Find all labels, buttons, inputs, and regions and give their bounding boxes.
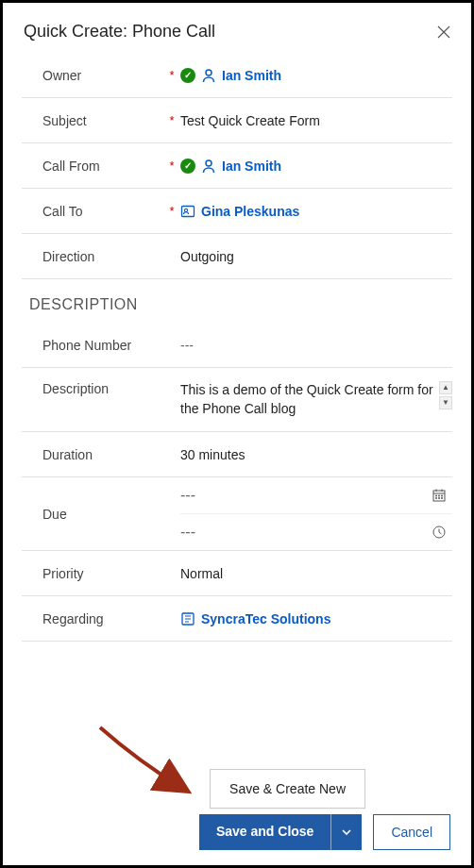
field-description[interactable]: Description This is a demo of the Quick … <box>22 368 452 432</box>
field-duration[interactable]: Duration 30 minutes <box>22 432 452 477</box>
svg-point-3 <box>184 209 187 211</box>
form-header: Quick Create: Phone Call <box>3 3 471 53</box>
call-from-name: Ian Smith <box>222 159 281 174</box>
required-mark: * <box>163 68 180 82</box>
direction-label: Direction <box>22 249 163 264</box>
person-icon <box>201 159 216 174</box>
phone-number-label: Phone Number <box>22 338 163 353</box>
field-due: Due --- --- <box>22 477 452 551</box>
regarding-label: Regarding <box>22 611 163 626</box>
cancel-button[interactable]: Cancel <box>373 814 450 850</box>
scroll-down-icon[interactable]: ▼ <box>439 396 452 409</box>
regarding-text: SyncraTec Solutions <box>201 611 330 626</box>
duration-text: 30 minutes <box>180 447 245 462</box>
phone-number-text: --- <box>180 338 194 353</box>
owner-label: Owner <box>22 68 163 83</box>
contact-card-icon <box>180 204 195 219</box>
due-date-input[interactable]: --- <box>180 477 452 513</box>
call-to-name: Gina Pleskunas <box>201 204 299 219</box>
due-time-input[interactable]: --- <box>180 513 452 550</box>
entity-icon <box>180 611 195 626</box>
person-icon <box>201 68 216 83</box>
duration-value[interactable]: 30 minutes <box>180 447 452 462</box>
close-button[interactable] <box>437 25 450 39</box>
due-date-value: --- <box>180 487 195 504</box>
call-from-value[interactable]: ✓ Ian Smith <box>180 159 452 174</box>
duration-label: Duration <box>22 447 163 462</box>
direction-value[interactable]: Outgoing <box>180 249 452 264</box>
close-icon <box>437 25 450 39</box>
button-bar: Save and Close Cancel <box>199 814 450 850</box>
field-owner[interactable]: Owner * ✓ Ian Smith <box>22 53 452 98</box>
description-text: This is a demo of the Quick Create form … <box>180 381 433 418</box>
field-call-to[interactable]: Call To * Gina Pleskunas <box>22 189 452 234</box>
clock-icon[interactable] <box>432 525 447 540</box>
form-footer: Save & Create New Save and Close Cancel <box>199 769 450 850</box>
owner-value[interactable]: ✓ Ian Smith <box>180 68 452 83</box>
direction-text: Outgoing <box>180 249 234 264</box>
call-from-label: Call From <box>22 159 163 174</box>
call-to-label: Call To <box>22 204 163 219</box>
description-label: Description <box>22 381 163 396</box>
field-call-from[interactable]: Call From * ✓ Ian Smith <box>22 143 452 189</box>
description-scrollbar[interactable]: ▲ ▼ <box>439 381 452 409</box>
subject-label: Subject <box>22 113 163 128</box>
check-badge-icon: ✓ <box>180 159 195 174</box>
section-description-header: DESCRIPTION <box>22 279 452 323</box>
call-to-value[interactable]: Gina Pleskunas <box>180 204 452 219</box>
priority-label: Priority <box>22 566 163 581</box>
field-regarding[interactable]: Regarding SyncraTec Solutions <box>22 596 452 642</box>
field-subject[interactable]: Subject * Test Quick Create Form <box>22 98 452 143</box>
svg-point-0 <box>206 70 212 75</box>
scroll-up-icon[interactable]: ▲ <box>439 381 452 394</box>
svg-rect-2 <box>182 206 195 216</box>
form-body: Owner * ✓ Ian Smith Subject * Test Quick… <box>3 53 471 642</box>
calendar-icon[interactable] <box>432 488 447 503</box>
form-title: Quick Create: Phone Call <box>24 22 215 42</box>
chevron-down-icon <box>341 826 352 838</box>
required-mark: * <box>163 204 180 218</box>
save-dropdown-button[interactable] <box>330 814 362 850</box>
owner-name: Ian Smith <box>222 68 281 83</box>
priority-value[interactable]: Normal <box>180 566 452 581</box>
save-create-new-menuitem[interactable]: Save & Create New <box>210 769 365 809</box>
subject-value[interactable]: Test Quick Create Form <box>180 113 452 128</box>
priority-text: Normal <box>180 566 223 581</box>
required-mark: * <box>163 159 180 173</box>
field-direction[interactable]: Direction Outgoing <box>22 234 452 279</box>
due-time-value: --- <box>180 524 195 541</box>
description-value[interactable]: This is a demo of the Quick Create form … <box>180 381 452 418</box>
annotation-arrow-icon <box>93 720 196 805</box>
phone-number-value[interactable]: --- <box>180 338 452 353</box>
save-and-close-split-button: Save and Close <box>199 814 363 850</box>
required-mark: * <box>163 113 180 127</box>
regarding-value[interactable]: SyncraTec Solutions <box>180 611 452 626</box>
save-and-close-button[interactable]: Save and Close <box>199 814 331 850</box>
required-spacer <box>163 477 180 550</box>
svg-point-1 <box>206 160 212 166</box>
field-phone-number[interactable]: Phone Number --- <box>22 323 452 368</box>
due-label: Due <box>22 477 163 550</box>
check-badge-icon: ✓ <box>180 68 195 83</box>
field-priority[interactable]: Priority Normal <box>22 551 452 596</box>
subject-text: Test Quick Create Form <box>180 113 320 128</box>
